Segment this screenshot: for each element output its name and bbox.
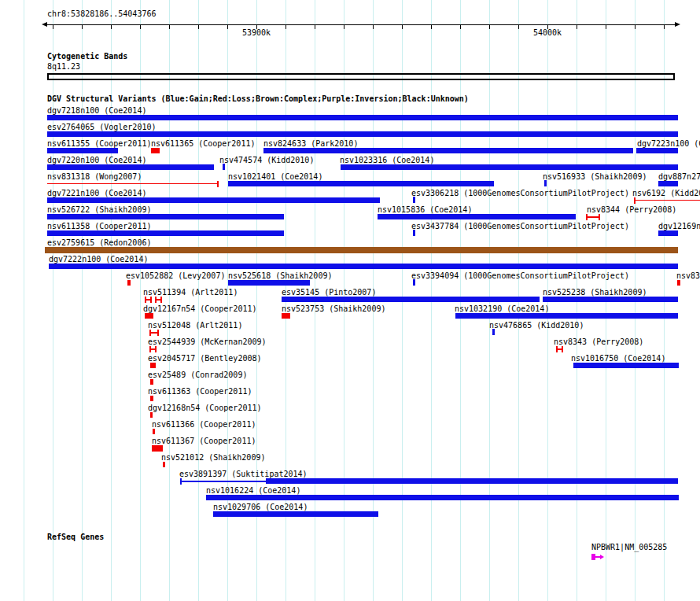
label-nsv1015836[interactable]: nsv1015836 (Coe2014) (378, 206, 472, 214)
gene-arrow-head-icon[interactable] (600, 555, 604, 559)
variant-dgv7220n100[interactable] (47, 164, 214, 170)
variant-nsv611363[interactable] (150, 396, 153, 401)
variant-nsv83[interactable] (677, 280, 680, 286)
label-nsv526722[interactable]: nsv526722 (Shaikh2009) (47, 206, 151, 214)
variant-nsv611358[interactable] (47, 230, 284, 236)
label-nsv476865[interactable]: nsv476865 (Kidd2010) (489, 322, 584, 330)
variant-nsv474574[interactable] (223, 164, 225, 170)
label-esv2764065[interactable]: esv2764065 (Vogler2010) (47, 124, 156, 131)
variant-nsv1029706[interactable] (213, 511, 378, 517)
variant-esv25489[interactable] (150, 379, 153, 385)
variant-bracket[interactable] (149, 330, 151, 336)
cytoband-rect[interactable] (47, 73, 675, 80)
variant-esv3306218[interactable] (413, 197, 415, 203)
label-dgv12168n54[interactable]: dgv12168n54 (Cooper2011) (148, 404, 262, 412)
label-nsv1016224[interactable]: nsv1016224 (Coe2014) (206, 487, 300, 495)
label-nsv6192[interactable]: nsv6192 (Kidd20 (632, 190, 700, 197)
variant-dgv887n27[interactable] (658, 181, 678, 186)
variant-bracket[interactable] (150, 297, 152, 303)
label-nsv1029706[interactable]: nsv1029706 (Coe2014) (213, 503, 308, 511)
variant-nsv525618[interactable] (228, 280, 310, 286)
variant-nsv611365[interactable] (151, 148, 160, 153)
label-nsv611355[interactable]: nsv611355 (Cooper2011) (47, 140, 151, 148)
label-nsv1016750[interactable]: nsv1016750 (Coe2014) (571, 355, 665, 363)
label-nsv512048[interactable]: nsv512048 (Arlt2011) (148, 322, 242, 330)
variant-bracket[interactable] (145, 297, 146, 303)
label-esv3306218[interactable]: esv3306218 (1000GenomesConsortiumPilotPr… (411, 190, 629, 197)
label-nsv83[interactable]: nsv83 (676, 272, 700, 280)
label-dgv12167n54[interactable]: dgv12167n54 (Cooper2011) (143, 305, 257, 313)
label-nsv8344[interactable]: nsv8344 (Perry2008) (587, 206, 676, 214)
variant-nsv611366[interactable] (153, 429, 155, 434)
label-esv35145[interactable]: esv35145 (Pinto2007) (282, 289, 376, 297)
variant-bracket[interactable] (556, 346, 558, 352)
label-esv1052882[interactable]: esv1052882 (Levy2007) (126, 272, 225, 280)
label-dgv887n27[interactable]: dgv887n27 (658, 173, 700, 181)
variant-nsv824633[interactable] (263, 148, 633, 153)
variant-dgv12167n54[interactable] (145, 313, 153, 319)
label-nsv611366[interactable]: nsv611366 (Cooper2011) (152, 421, 256, 429)
label-nsv8343[interactable]: nsv8343 (Perry2008) (554, 338, 643, 346)
label-nsv521012[interactable]: nsv521012 (Shaikh2009) (161, 454, 265, 462)
variant-esv3394094[interactable] (413, 279, 415, 286)
variant-esv2764065[interactable] (47, 131, 678, 137)
label-esv2045717[interactable]: esv2045717 (Bentley2008) (148, 355, 262, 363)
label-nsv525618[interactable]: nsv525618 (Shaikh2009) (228, 272, 332, 280)
label-nsv516933[interactable]: nsv516933 (Shaikh2009) (543, 173, 647, 181)
label-esv2759615[interactable]: esv2759615 (Redon2006) (47, 239, 151, 247)
variant-nsv611355[interactable] (47, 148, 118, 153)
variant-nsv1016224[interactable] (206, 495, 679, 500)
label-nsv1032190[interactable]: nsv1032190 (Coe2014) (455, 305, 549, 313)
variant-nsv611367[interactable] (152, 445, 163, 452)
label-dgv7218n100[interactable]: dgv7218n100 (Coe2014) (47, 107, 146, 115)
variant-nsv1015836[interactable] (378, 214, 576, 219)
variant-nsv1016750[interactable] (573, 363, 679, 368)
label-nsv611365[interactable]: nsv611365 (Cooper2011) (151, 140, 255, 148)
variant-esv1052882[interactable] (127, 280, 131, 286)
variant-esv3437784[interactable] (413, 230, 415, 236)
label-dgv7223n100[interactable]: dgv7223n100 (C (637, 140, 700, 148)
variant-bracket[interactable] (599, 214, 600, 220)
gene-label[interactable]: NPBWR1|NM_005285 (591, 544, 667, 551)
label-nsv525238[interactable]: nsv525238 (Shaikh2009) (543, 289, 647, 297)
label-esv2544939[interactable]: esv2544939 (McKernan2009) (148, 338, 267, 346)
label-nsv611358[interactable]: nsv611358 (Cooper2011) (47, 223, 151, 230)
label-nsv1021401[interactable]: nsv1021401 (Coe2014) (228, 173, 322, 181)
label-dgv12169n[interactable]: dgv12169n (658, 223, 700, 230)
variant-esv2045717[interactable] (150, 363, 156, 368)
label-esv3394094[interactable]: esv3394094 (1000GenomesConsortiumPilotPr… (411, 272, 629, 280)
variant-bracket[interactable] (586, 214, 588, 220)
variant-bracket[interactable] (562, 346, 563, 352)
variant-bracket[interactable] (217, 181, 219, 187)
label-nsv824633[interactable]: nsv824633 (Park2010) (263, 140, 358, 148)
variant-nsv1032190[interactable] (455, 313, 678, 319)
label-nsv474574[interactable]: nsv474574 (Kidd2010) (219, 157, 314, 164)
label-esv3437784[interactable]: esv3437784 (1000GenomesConsortiumPilotPr… (411, 223, 629, 230)
variant-nsv521012[interactable] (163, 462, 165, 467)
label-nsv523753[interactable]: nsv523753 (Shaikh2009) (282, 305, 385, 313)
variant-bracket[interactable] (155, 297, 157, 303)
variant-nsv516933[interactable] (544, 180, 547, 186)
variant-bracket[interactable] (149, 346, 151, 352)
label-nsv611363[interactable]: nsv611363 (Cooper2011) (148, 388, 252, 396)
variant-dgv7218n100[interactable] (47, 115, 678, 120)
variant-nsv476865[interactable] (492, 329, 495, 335)
variant-dgv12168n54[interactable] (150, 412, 153, 418)
variant-bracket[interactable] (157, 330, 159, 336)
variant-esv2759615[interactable] (45, 247, 678, 253)
label-dgv7222n100[interactable]: dgv7222n100 (Coe2014) (49, 256, 148, 264)
variant-dgv7221n100[interactable] (47, 197, 380, 203)
label-nsv611367[interactable]: nsv611367 (Cooper2011) (152, 437, 256, 445)
variant-bracket[interactable] (160, 297, 162, 303)
variant-nsv526722[interactable] (47, 214, 284, 219)
variant-dgv7222n100[interactable] (49, 264, 678, 269)
variant-nsv523753[interactable] (282, 313, 290, 319)
variant-bracket[interactable] (634, 197, 636, 204)
label-nsv1023316[interactable]: nsv1023316 (Coe2014) (340, 157, 434, 164)
variant-esv3891397[interactable] (266, 478, 678, 484)
label-nsv831318[interactable]: nsv831318 (Wong2007) (47, 173, 142, 181)
variant-nsv1021401[interactable] (228, 181, 494, 186)
variant-dgv12169n[interactable] (658, 230, 678, 236)
variant-nsv1023316[interactable] (341, 164, 678, 170)
label-esv3891397[interactable]: esv3891397 (Suktitipat2014) (179, 470, 308, 478)
